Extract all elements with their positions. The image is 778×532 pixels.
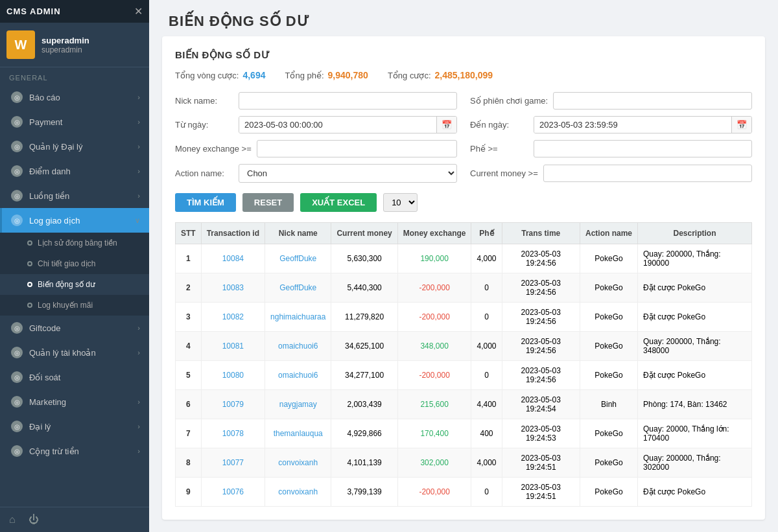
- sidebar-item-giftcode[interactable]: ◎ Giftcode ›: [0, 316, 149, 340]
- col-action-name: Action name: [580, 223, 638, 244]
- dai-ly-icon: ◎: [11, 421, 23, 432]
- close-icon[interactable]: ✕: [134, 5, 143, 17]
- cell-trans-id[interactable]: 10082: [201, 303, 265, 332]
- cell-money-exchange: 170,400: [397, 419, 471, 448]
- dot-icon: [27, 240, 32, 246]
- calendar-icon[interactable]: 📅: [731, 117, 751, 133]
- den-ngay-input[interactable]: [534, 117, 731, 133]
- cell-trans-time: 2023-05-03 19:24:56: [502, 273, 580, 303]
- so-phien-input[interactable]: [553, 92, 752, 110]
- reset-button[interactable]: RESET: [242, 193, 294, 212]
- sidebar-item-quan-ly-tai-khoan[interactable]: ◎ Quản lý tài khoản ›: [0, 340, 149, 365]
- action-buttons: TÌM KIẾM RESET XUẤT EXCEL 10 20 50: [175, 193, 752, 212]
- sidebar-item-quan-ly-dai-ly[interactable]: ◎ Quản lý Đại lý ›: [0, 134, 149, 159]
- cell-trans-time: 2023-05-03 19:24:56: [502, 244, 580, 273]
- cell-nick[interactable]: omaichuoi6: [265, 361, 331, 390]
- tu-ngay-field: 📅: [239, 116, 457, 133]
- search-button[interactable]: TÌM KIẾM: [175, 193, 236, 212]
- nick-name-row: Nick name:: [175, 92, 457, 110]
- cell-trans-id[interactable]: 10076: [201, 478, 265, 507]
- sidebar-item-dai-ly[interactable]: ◎ Đại lý ›: [0, 414, 149, 439]
- cell-stt: 2: [176, 273, 202, 303]
- cell-trans-time: 2023-05-03 19:24:51: [502, 448, 580, 478]
- cell-phi: 4,000: [471, 448, 502, 478]
- submenu-lich-su[interactable]: Lịch sử đóng băng tiền: [0, 233, 149, 253]
- cell-action: PokeGo: [580, 361, 638, 390]
- den-ngay-row: Đến ngày: 📅: [470, 116, 752, 133]
- submenu-chi-tiet[interactable]: Chi tiết giao dịch: [0, 253, 149, 274]
- cell-phi: 0: [471, 273, 502, 303]
- sidebar-item-label: Đối soát: [29, 373, 60, 382]
- user-info: superadmin superadmin: [41, 36, 89, 54]
- cell-trans-id[interactable]: 10078: [201, 419, 265, 448]
- sidebar-item-luong-tien[interactable]: ◎ Luồng tiền ›: [0, 183, 149, 208]
- cell-trans-id[interactable]: 10080: [201, 361, 265, 390]
- col-transaction-id: Transaction id: [201, 223, 265, 244]
- cell-desc: Đặt cược PokeGo: [638, 303, 752, 332]
- per-page-select[interactable]: 10 20 50: [383, 193, 418, 212]
- cell-action: PokeGo: [580, 244, 638, 273]
- action-name-row: Action name: Chon PokeGo Binh: [175, 164, 457, 183]
- col-nick-name: Nick name: [265, 223, 331, 244]
- dot-icon: [27, 303, 32, 308]
- chevron-right-icon: ›: [137, 422, 140, 430]
- cell-desc: Đặt cược PokeGo: [638, 478, 752, 507]
- power-icon[interactable]: ⏻: [29, 514, 39, 526]
- stat-value: 2,485,180,099: [435, 70, 493, 80]
- export-button[interactable]: XUẤT EXCEL: [300, 193, 377, 212]
- cell-trans-id[interactable]: 10083: [201, 273, 265, 303]
- cell-money-exchange: -200,000: [397, 361, 471, 390]
- home-icon[interactable]: ⌂: [9, 514, 16, 526]
- cell-nick[interactable]: GeoffDuke: [265, 273, 331, 303]
- sidebar: CMS ADMIN ✕ W superadmin superadmin Gene…: [0, 0, 149, 532]
- table-row: 2 10083 GeoffDuke 5,440,300 -200,000 0 2…: [176, 273, 752, 303]
- current-money-input[interactable]: [543, 165, 752, 182]
- cell-nick[interactable]: themanlauqua: [265, 419, 331, 448]
- calendar-icon[interactable]: 📅: [436, 117, 456, 133]
- diem-danh-icon: ◎: [11, 165, 23, 177]
- log-giao-dich-icon: ◎: [11, 214, 23, 226]
- cong-tru-tien-icon: ◎: [11, 445, 23, 457]
- submenu-log-khuyen-mai[interactable]: Log khuyến mãi: [0, 295, 149, 316]
- cell-trans-id[interactable]: 10077: [201, 448, 265, 478]
- chevron-right-icon: ›: [137, 118, 140, 126]
- cell-nick[interactable]: GeoffDuke: [265, 244, 331, 273]
- sidebar-item-doi-soat[interactable]: ◎ Đối soát: [0, 365, 149, 389]
- sidebar-item-log-giao-dich[interactable]: ◎ Log giao dịch ∨: [0, 208, 149, 233]
- cell-nick[interactable]: nghimaichuaraa: [265, 303, 331, 332]
- cell-trans-id[interactable]: 10079: [201, 390, 265, 419]
- sidebar-item-payment[interactable]: ◎ Payment ›: [0, 110, 149, 134]
- current-money-row: Current money >=: [470, 164, 752, 183]
- phi-input[interactable]: [534, 140, 752, 157]
- stat-tong-phi: Tổng phế: 9,940,780: [285, 70, 368, 80]
- cell-trans-id[interactable]: 10084: [201, 244, 265, 273]
- sidebar-item-marketing[interactable]: ◎ Marketing ›: [0, 389, 149, 414]
- sidebar-item-cong-tru-tien[interactable]: ◎ Cộng trừ tiền ›: [0, 439, 149, 463]
- nick-name-input[interactable]: [239, 92, 457, 110]
- cell-stt: 1: [176, 244, 202, 273]
- cell-desc: Quay: 20000, Thắng lớn: 170400: [638, 419, 752, 448]
- cell-nick[interactable]: naygjamay: [265, 390, 331, 419]
- sidebar-item-bao-cao[interactable]: ◎ Báo cáo ›: [0, 85, 149, 110]
- cell-trans-id[interactable]: 10081: [201, 332, 265, 361]
- cell-current-money: 4,929,866: [331, 419, 397, 448]
- action-name-select[interactable]: Chon PokeGo Binh: [239, 164, 457, 183]
- cell-nick[interactable]: omaichuoi6: [265, 332, 331, 361]
- sidebar-item-label: Luồng tiền: [29, 191, 69, 201]
- sidebar-item-diem-danh[interactable]: ◎ Điểm danh ›: [0, 159, 149, 183]
- data-table: STT Transaction id Nick name Current mon…: [175, 222, 752, 507]
- table-body: 1 10084 GeoffDuke 5,630,300 190,000 4,00…: [176, 244, 752, 507]
- cell-action: PokeGo: [580, 273, 638, 303]
- chevron-right-icon: ›: [137, 324, 140, 332]
- submenu-bien-dong[interactable]: Biến động số dư: [0, 274, 149, 295]
- cell-nick[interactable]: convoixanh: [265, 448, 331, 478]
- user-role: superadmin: [41, 45, 89, 54]
- action-name-label: Action name:: [175, 168, 233, 178]
- cell-nick[interactable]: convoixanh: [265, 478, 331, 507]
- search-form: Nick name: Số phiên chơi game: Từ ngày: …: [175, 92, 752, 183]
- money-exchange-input[interactable]: [257, 140, 457, 157]
- cell-current-money: 4,101,139: [331, 448, 397, 478]
- tu-ngay-input[interactable]: [239, 117, 436, 133]
- quan-ly-tai-khoan-icon: ◎: [11, 347, 23, 358]
- sidebar-footer: ⌂ ⏻: [0, 507, 149, 532]
